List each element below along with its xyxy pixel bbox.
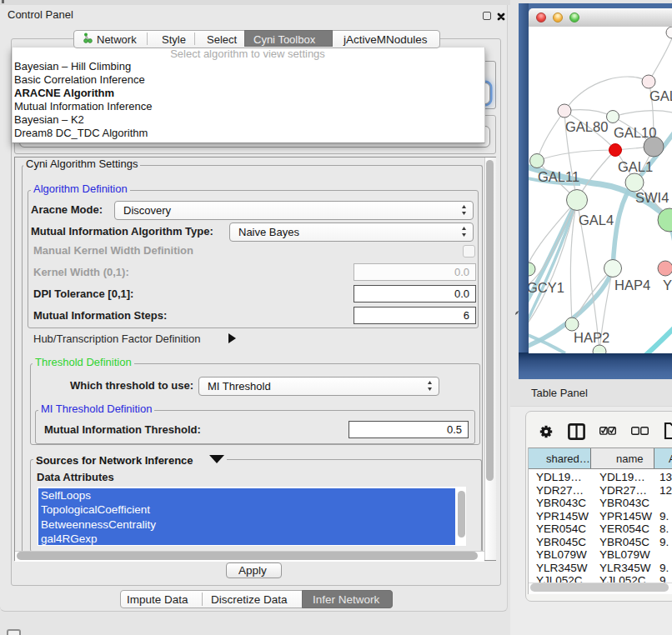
svg-text:GAL4: GAL4 xyxy=(579,212,614,228)
svg-text:GAL10: GAL10 xyxy=(614,125,656,140)
svg-text:GCY1: GCY1 xyxy=(529,280,564,295)
svg-text:SWI4: SWI4 xyxy=(635,190,669,205)
svg-text:Y: Y xyxy=(663,278,672,292)
svg-text:GAL1: GAL1 xyxy=(618,159,653,174)
svg-text:HAP2: HAP2 xyxy=(574,330,609,345)
svg-text:HAP4: HAP4 xyxy=(614,278,650,292)
svg-text:GAL: GAL xyxy=(649,88,672,103)
svg-text:GAL11: GAL11 xyxy=(538,169,579,184)
svg-text:GAL80: GAL80 xyxy=(565,119,608,134)
